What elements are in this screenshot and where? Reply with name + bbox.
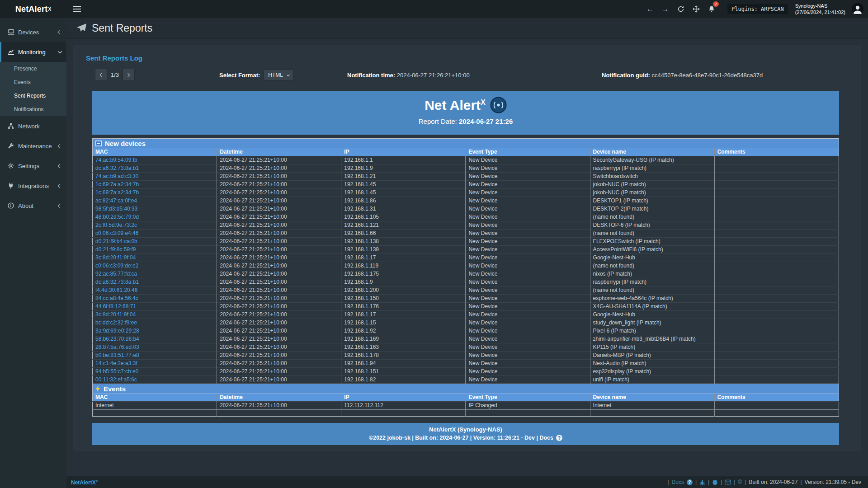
question-circle-icon[interactable]: ? <box>687 479 693 485</box>
mac-address-link[interactable]: 3c:8d:20:f1:9f:04 <box>95 254 136 261</box>
footer-docs-link[interactable]: Docs <box>672 479 684 485</box>
chevron-down-icon <box>287 73 290 76</box>
sidebar-item-network[interactable]: Network <box>0 116 66 136</box>
sidebar-item-label: Settings <box>18 163 39 169</box>
mac-address-link[interactable]: 84:cc:a8:4a:56:4c <box>95 295 138 301</box>
sidebar-toggle-button[interactable] <box>66 0 87 18</box>
refresh-button[interactable] <box>673 0 689 18</box>
mac-address-link[interactable]: d0:21:f9:b4:ca:0b <box>95 238 137 244</box>
sidebar-item-notifications[interactable]: Notifications <box>0 103 66 116</box>
bug-report-icon[interactable] <box>699 479 705 485</box>
notification-guid-label: Notification guid: <box>602 72 650 79</box>
report-table-row: dc:a6:32:73:8a:b12024-06-27 21:25:21+10:… <box>93 278 839 286</box>
chevron-down-icon <box>58 49 62 54</box>
sidebar-item-sent-reports[interactable]: Sent Reports <box>0 89 66 103</box>
next-page-button[interactable] <box>123 69 135 81</box>
wrench-icon <box>7 143 15 149</box>
sidebar-item-maintenance[interactable]: Maintenance <box>0 136 66 156</box>
nav-forward-button[interactable]: → <box>658 0 673 18</box>
format-select[interactable]: HTML <box>264 70 294 80</box>
arrow-right-icon: → <box>662 5 669 13</box>
app-logo-text: NetAlert <box>15 5 48 14</box>
monitoring-submenu: Presence Events Sent Reports Notificatio… <box>0 62 66 116</box>
arrow-left-icon: ← <box>646 5 654 13</box>
mac-address-link[interactable]: 48:b0:2d:5c:79:0d <box>95 214 139 220</box>
report-footer: NetAlertX (Synology-NAS) ©2022 jokob-sk … <box>92 423 839 445</box>
sent-reports-log-link[interactable]: Sent Reports Log <box>86 54 142 62</box>
sidebar-item-integrations[interactable]: Integrations <box>0 176 66 196</box>
mac-address-link[interactable]: 14:c1:4e:2e:a3:3f <box>95 360 137 366</box>
mac-address-link[interactable]: 1c:69:7a:a2:34:7b <box>95 189 139 196</box>
docs-help-icon[interactable]: ? <box>556 435 562 441</box>
notification-count-badge: 7 <box>713 1 719 7</box>
footer-built: Built on: 2024-06-27 <box>749 479 797 485</box>
mac-address-link[interactable]: dc:a6:32:73:8a:b1 <box>95 279 139 285</box>
user-avatar[interactable] <box>852 3 863 15</box>
mac-address-link[interactable]: dc:a6:32:73:8a:b1 <box>95 165 139 171</box>
mac-address-link[interactable]: b0:be:83:51:77:e8 <box>95 352 139 358</box>
report-title: Net AlertX <box>92 91 839 113</box>
mac-address-link[interactable]: 3a:9d:69:e0:29:28 <box>95 328 139 334</box>
mac-address-link[interactable]: bc:dd:c2:32:f9:ee <box>95 319 137 326</box>
host-name: Synology-NAS <box>795 3 845 9</box>
sidebar-item-presence[interactable]: Presence <box>0 62 66 75</box>
mac-address-link[interactable]: 98:5f:d3:d5:40:33 <box>95 206 137 212</box>
report-table-row: Internet2024-06-27 21:25:21+10:00112.112… <box>93 402 839 410</box>
report-table-row: c0:06:c3:09:de:e22024-06-27 21:25:21+10:… <box>93 262 839 270</box>
mac-address-link[interactable]: 74:ac:b9:ad:c3:30 <box>95 173 138 179</box>
notification-time-value: 2024-06-27 21:26:21+10:00 <box>397 72 470 79</box>
mac-address-link[interactable]: 2c:f0:5d:9e:73:2c <box>95 222 137 228</box>
email-icon[interactable] <box>725 479 731 485</box>
mac-address-link[interactable]: 92:ac:85:77:fd:ca <box>95 271 137 277</box>
refresh-icon <box>677 5 684 13</box>
mac-address-link[interactable]: 58:b6:23:70:d6:b4 <box>95 336 139 342</box>
report-table: New devices MAC Datetime IP Event Type D… <box>92 138 839 417</box>
move-button[interactable] <box>689 0 704 18</box>
new-devices-icon <box>95 141 102 146</box>
mac-address-link[interactable]: 44:6f:f8:12:68:71 <box>95 303 136 310</box>
report-table-row: 58:b6:23:70:d6:b42024-06-27 21:25:21+10:… <box>93 335 839 343</box>
mac-address-link[interactable]: f4:4d:30:61:20:46 <box>95 287 137 293</box>
prev-page-button[interactable] <box>95 69 107 81</box>
sidebar-item-devices[interactable]: Devices <box>0 22 66 42</box>
mac-address-link[interactable]: d0:21:f9:8c:59:f9 <box>95 246 136 253</box>
mac-address-link[interactable]: 00:11:32:ef:a5:6c <box>95 376 137 383</box>
info-icon <box>7 202 15 209</box>
plugins-status-label[interactable]: Plugins: ARPSCAN <box>727 4 788 14</box>
mac-address-link[interactable]: c0:06:c3:09:de:e2 <box>95 263 138 269</box>
mac-address-link[interactable]: 28:87:ba:76:ed:03 <box>95 344 139 350</box>
sidebar-item-about[interactable]: About <box>0 196 66 216</box>
report-preview: Net AlertX Report Date: 2024-06-27 21:26 <box>92 91 839 445</box>
chevron-left-icon <box>58 144 62 148</box>
report-footer-host: NetAlertX (Synology-NAS) <box>92 426 839 433</box>
github-icon[interactable] <box>712 479 718 485</box>
sidebar: Devices Monitoring Presence Events Sent … <box>0 18 66 488</box>
mac-address-link[interactable]: ac:82:47:ca:0f:e4 <box>95 197 137 204</box>
chevron-left-icon <box>58 164 62 168</box>
report-table-row: 48:b0:2d:5c:79:0d2024-06-27 21:25:21+10:… <box>93 213 839 221</box>
page-header: Sent Reports <box>66 18 868 39</box>
sidebar-item-label: Monitoring <box>18 49 46 56</box>
mac-address-link[interactable]: 94:b5:55:c7:cb:e0 <box>95 368 138 375</box>
mac-address-link[interactable]: 1c:69:7a:a2:34:7b <box>95 181 139 188</box>
sidebar-item-monitoring[interactable]: Monitoring <box>0 42 66 62</box>
report-table-row: 1c:69:7a:a2:34:7b2024-06-27 21:25:21+10:… <box>93 189 839 197</box>
notifications-button[interactable]: 7 <box>704 0 719 18</box>
nav-back-button[interactable]: ← <box>642 0 658 18</box>
license-icon[interactable]: © <box>738 479 742 485</box>
table-bottom-spacer <box>93 410 839 417</box>
devices-icon <box>7 29 15 35</box>
report-table-row: 92:ac:85:77:fd:ca2024-06-27 21:25:21+10:… <box>93 270 839 278</box>
main-content: Sent Reports Sent Reports Log 1/3 Select… <box>66 18 868 476</box>
chevron-left-icon <box>100 73 104 76</box>
mac-address-link[interactable]: 3c:8d:20:f1:9f:04 <box>95 311 136 318</box>
sidebar-item-settings[interactable]: Settings <box>0 156 66 176</box>
gear-icon <box>7 163 15 169</box>
report-table-row: 28:87:ba:76:ed:032024-06-27 21:25:21+10:… <box>93 343 839 352</box>
app-logo[interactable]: NetAlertX <box>0 0 66 18</box>
format-control: Select Format: HTML <box>219 70 294 80</box>
sidebar-item-events[interactable]: Events <box>0 75 66 89</box>
mac-address-link[interactable]: c0:06:c3:09:e4:46 <box>95 230 138 236</box>
mac-address-link[interactable]: 74:ac:b9:54:09:fb <box>95 157 137 163</box>
footer-brand-link[interactable]: NetAlertXx <box>71 479 98 486</box>
